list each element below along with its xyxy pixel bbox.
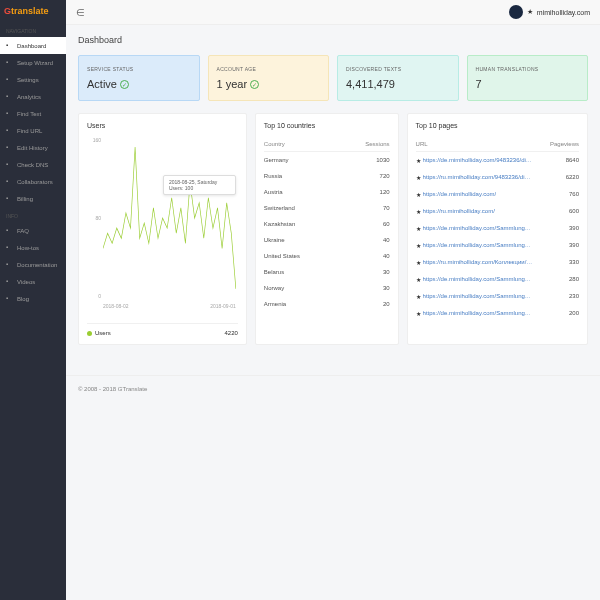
countries-panel: Top 10 countries CountrySessionsGermany1…	[255, 113, 399, 345]
star-icon: ★	[416, 294, 421, 300]
users-chart: 160800 2018-08-25, Saturday Users: 100 2…	[87, 137, 238, 317]
check-icon: ✓	[250, 80, 259, 89]
table-row: ★https://de.mimiholliday.com/Sammlungen/…	[416, 271, 579, 288]
nav-icon: ▪	[6, 261, 13, 268]
page-title: Dashboard	[78, 35, 588, 45]
star-icon: ★	[416, 175, 421, 181]
sidebar-item-documentation[interactable]: ▪Documentation	[0, 256, 66, 273]
legend-label: Users	[95, 330, 111, 336]
nav-header: NAVIGATION	[0, 22, 66, 37]
table-row: Russia720	[264, 168, 390, 184]
nav-icon: ▪	[6, 227, 13, 234]
nav-icon: ▪	[6, 42, 13, 49]
page-link[interactable]: https://ru.mimiholliday.com/Коллекции/ру…	[423, 259, 533, 265]
panel-title: Top 10 pages	[416, 122, 579, 129]
sidebar-item-faq[interactable]: ▪FAQ	[0, 222, 66, 239]
nav-icon: ▪	[6, 278, 13, 285]
chart-tooltip: 2018-08-25, Saturday Users: 100	[163, 175, 236, 195]
nav-icon: ▪	[6, 59, 13, 66]
sidebar-item-dashboard[interactable]: ▪Dashboard	[0, 37, 66, 54]
user-menu[interactable]: ★ mimiholliday.com	[509, 5, 590, 19]
page-link[interactable]: https://ru.mimiholliday.com/	[423, 208, 495, 214]
page-link[interactable]: https://de.mimiholliday.com/Sammlungen/A…	[423, 225, 533, 231]
nav-icon: ▪	[6, 178, 13, 185]
star-icon: ★	[416, 277, 421, 283]
nav-icon: ▪	[6, 244, 13, 251]
logo: Gtranslate	[0, 0, 66, 22]
table-row: ★https://ru.mimiholliday.com/9483236/dig…	[416, 169, 579, 186]
sidebar-item-billing[interactable]: ▪Billing	[0, 190, 66, 207]
check-icon: ✓	[120, 80, 129, 89]
table-row: Switzerland70	[264, 200, 390, 216]
star-icon: ★	[416, 260, 421, 266]
sidebar-item-analytics[interactable]: ▪Analytics	[0, 88, 66, 105]
table-row: ★https://de.mimiholliday.com/Sammlungen/…	[416, 305, 579, 322]
page-link[interactable]: https://de.mimiholliday.com/Sammlungen/S…	[423, 293, 533, 299]
pages-panel: Top 10 pages URLPageviews★https://de.mim…	[407, 113, 588, 345]
star-icon: ★	[416, 243, 421, 249]
page-link[interactable]: https://ru.mimiholliday.com/9483236/digi…	[423, 174, 533, 180]
page-link[interactable]: https://de.mimiholliday.com/9483236/digi…	[423, 157, 533, 163]
table-row: ★https://de.mimiholliday.com/760	[416, 186, 579, 203]
nav-icon: ▪	[6, 127, 13, 134]
panel-title: Top 10 countries	[264, 122, 390, 129]
table-row: Germany1030	[264, 152, 390, 168]
sidebar-item-setup-wizard[interactable]: ▪Setup Wizard	[0, 54, 66, 71]
page-link[interactable]: https://de.mimiholliday.com/	[423, 191, 497, 197]
star-icon: ★	[416, 209, 421, 215]
sidebar-item-edit-history[interactable]: ▪Edit History	[0, 139, 66, 156]
table-row: ★https://de.mimiholliday.com/Sammlungen/…	[416, 220, 579, 237]
star-icon: ★	[416, 311, 421, 317]
table-row: ★https://ru.mimiholliday.com/600	[416, 203, 579, 220]
sidebar: Gtranslate NAVIGATION ▪Dashboard▪Setup W…	[0, 0, 66, 600]
table-row: ★https://de.mimiholliday.com/Sammlungen/…	[416, 288, 579, 305]
page-link[interactable]: https://de.mimiholliday.com/Sammlungen/A…	[423, 242, 533, 248]
stat-card: HUMAN TRANSLATIONS7	[467, 55, 589, 101]
star-icon: ★	[416, 226, 421, 232]
table-row: Kazakhstan60	[264, 216, 390, 232]
table-row: United States40	[264, 248, 390, 264]
topbar: ∈ ★ mimiholliday.com	[66, 0, 600, 25]
table-row: Norway30	[264, 280, 390, 296]
panel-title: Users	[87, 122, 238, 129]
table-row: Belarus30	[264, 264, 390, 280]
table-row: Armenia20	[264, 296, 390, 312]
sidebar-item-collaborators[interactable]: ▪Collaborators	[0, 173, 66, 190]
avatar	[509, 5, 523, 19]
page-link[interactable]: https://de.mimiholliday.com/Sammlungen/A…	[423, 276, 533, 282]
nav-icon: ▪	[6, 161, 13, 168]
table-row: ★https://de.mimiholliday.com/Sammlungen/…	[416, 237, 579, 254]
stat-card: DISCOVERED TEXTS4,411,479	[337, 55, 459, 101]
sidebar-item-settings[interactable]: ▪Settings	[0, 71, 66, 88]
chart-total: 4220	[225, 330, 238, 336]
sidebar-item-find-text[interactable]: ▪Find Text	[0, 105, 66, 122]
star-icon: ★	[416, 158, 421, 164]
footer: © 2008 - 2018 GTranslate	[66, 375, 600, 402]
sidebar-item-how-tos[interactable]: ▪How-tos	[0, 239, 66, 256]
star-icon: ★	[527, 8, 533, 16]
nav-icon: ▪	[6, 144, 13, 151]
sidebar-item-videos[interactable]: ▪Videos	[0, 273, 66, 290]
nav-icon: ▪	[6, 295, 13, 302]
nav-icon: ▪	[6, 195, 13, 202]
stat-card: ACCOUNT AGE1 year✓	[208, 55, 330, 101]
user-name: mimiholliday.com	[537, 9, 590, 16]
menu-toggle-icon[interactable]: ∈	[76, 7, 85, 18]
table-row: Ukraine40	[264, 232, 390, 248]
table-row: ★https://ru.mimiholliday.com/Коллекции/р…	[416, 254, 579, 271]
stat-card: SERVICE STATUSActive✓	[78, 55, 200, 101]
sidebar-item-blog[interactable]: ▪Blog	[0, 290, 66, 307]
nav-icon: ▪	[6, 93, 13, 100]
table-row: Austria120	[264, 184, 390, 200]
nav-icon: ▪	[6, 76, 13, 83]
nav-header-info: INFO	[0, 207, 66, 222]
sidebar-item-check-dns[interactable]: ▪Check DNS	[0, 156, 66, 173]
nav-icon: ▪	[6, 110, 13, 117]
legend-dot	[87, 331, 92, 336]
sidebar-item-find-url[interactable]: ▪Find URL	[0, 122, 66, 139]
page-link[interactable]: https://de.mimiholliday.com/Sammlungen/N…	[423, 310, 533, 316]
table-row: ★https://de.mimiholliday.com/9483236/dig…	[416, 152, 579, 169]
users-panel: Users 160800 2018-08-25, Saturday Users:…	[78, 113, 247, 345]
star-icon: ★	[416, 192, 421, 198]
